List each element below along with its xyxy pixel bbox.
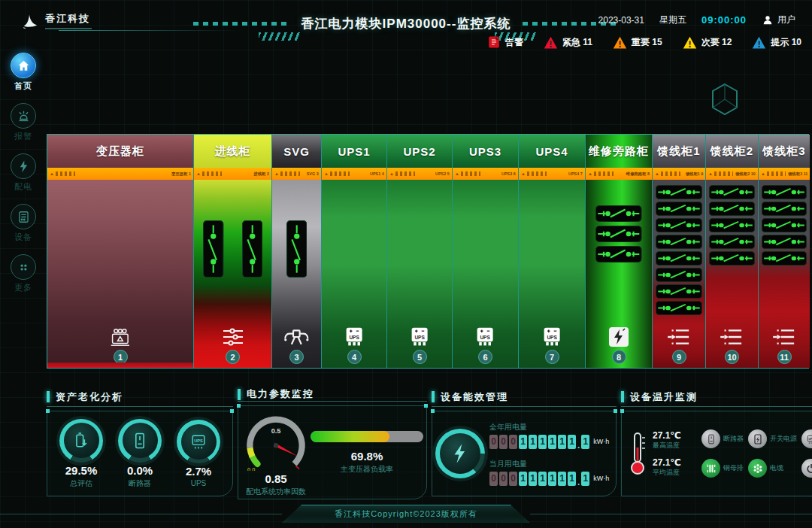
cabinet-nameplate-strip: ▲UPS4 7 [519, 168, 585, 180]
panel-accent [432, 391, 435, 402]
cabinet-进线柜[interactable]: 进线柜▲进线柜 22 [194, 135, 271, 368]
sidebar-item-报警[interactable]: 报警 [0, 103, 47, 142]
cabinet-馈线柜2[interactable]: 馈线柜2▲馈线柜2 1010 [706, 135, 758, 368]
alarm-label: 告警 [505, 36, 523, 49]
cabinet-title: UPS4 [519, 135, 585, 168]
alarm-level-次要[interactable]: 次要 12 [683, 36, 732, 49]
svg-text:UPS: UPS [547, 335, 557, 340]
feeder-list-icon [771, 326, 797, 347]
more-icon [11, 254, 36, 280]
breaker-symbol-icon [656, 185, 702, 199]
digit-box: 1 [538, 435, 547, 449]
title-dashes-left [193, 22, 289, 26]
breaker-symbol-icon [656, 235, 702, 249]
header-clock: 2023-03-31 星期五 09:00:00 用户 [598, 14, 795, 26]
alarm-level-提示[interactable]: 提示 10 [752, 36, 801, 49]
user-icon [762, 14, 774, 26]
alarm-level-重要[interactable]: 重要 15 [613, 36, 662, 49]
aging-label: 断路器 [129, 478, 151, 489]
panel-accent [621, 391, 624, 402]
cabinet-UPS1[interactable]: UPS1▲UPS1 4UPS4 [322, 135, 386, 368]
device-temp-label: 电缆 [770, 463, 783, 473]
cabinet-number-badge: 2 [226, 350, 240, 364]
sidebar-item-设备[interactable]: 设备 [0, 204, 47, 243]
gauge-ring: UPS [177, 420, 220, 463]
nameplate-decor: ▲ [50, 171, 75, 176]
nameplate-label: 馈线柜2 10 [735, 171, 756, 177]
switch-icon [801, 459, 812, 478]
alarm-level-紧急[interactable]: 紧急 11 [544, 36, 592, 49]
cabinet-title: 馈线柜1 [653, 135, 705, 168]
footer-plate: 香江科技Copyright©2023版权所有 [282, 505, 530, 523]
energy-content: 全年用电量000111111.1kW·h当月用电量000111111.1kW·h [432, 411, 617, 496]
cabinet-body: UPS5 [387, 180, 452, 368]
gauge-scale-05: 0.5 [271, 427, 281, 435]
energy-row-当月用电量: 当月用电量000111111.1kW·h [489, 459, 609, 486]
panel-accent [47, 391, 50, 402]
ups-small-icon: UPS [801, 429, 812, 448]
cabinet-馈线柜1[interactable]: 馈线柜1▲馈线柜1 99 [653, 135, 705, 368]
breaker-symbol-icon [762, 251, 807, 266]
device-temp-label: 断路器 [723, 434, 744, 444]
cabinet-SVG[interactable]: SVG▲SVG 33 [272, 135, 321, 368]
switch-symbol-icon [242, 220, 262, 278]
svg-device-icon [283, 326, 311, 347]
cabinet-UPS3[interactable]: UPS3▲UPS3 6UPS6 [453, 135, 518, 368]
cabinet-footer: 10 [706, 323, 758, 368]
device-temp-label: 开关电源 [770, 434, 797, 444]
cabinet-nameplate-strip: ▲馈线柜2 10 [706, 168, 758, 180]
digit-box: 1 [548, 435, 556, 449]
alarm-bar: 告警 紧急 11重要 15次要 12提示 10 [487, 35, 801, 49]
cabinet-nameplate-strip: ▲维修旁路柜 8 [586, 168, 652, 180]
flash-icon [608, 326, 629, 347]
cabinet-number-badge: 5 [413, 350, 427, 364]
footer-copyright: 香江科技Copyright©2023版权所有 [335, 508, 477, 520]
temperature-label: 最高温度 [653, 441, 696, 451]
cabinet-UPS2[interactable]: UPS2▲UPS2 5UPS5 [387, 135, 452, 368]
aging-label: UPS [191, 479, 207, 487]
warning-triangle-icon [683, 36, 697, 49]
cabinet-变压器柜[interactable]: 变压器柜▲变压器柜 11 [47, 135, 193, 368]
cabinet-title: UPS3 [453, 135, 518, 168]
energy-digit-display: 000111111.1kW·h [489, 435, 609, 449]
cabinet-维修旁路柜[interactable]: 维修旁路柜▲维修旁路柜 88 [586, 135, 652, 368]
alarm-summary-button[interactable]: 告警 [487, 35, 523, 49]
cabinet-馈线柜3[interactable]: 馈线柜3▲馈线柜3 1111 [759, 135, 810, 368]
power-factor-gauge: 0.5 0.0 0.85 配电系统功率因数 [241, 408, 311, 497]
load-rate-block: 69.8% 主变压器负载率 [311, 431, 423, 475]
energy-rows: 全年用电量000111111.1kW·h当月用电量000111111.1kW·h [489, 422, 609, 486]
cable-icon [748, 459, 767, 478]
cabinet-footer: UPS6 [453, 323, 518, 368]
breaker-symbol-icon [709, 218, 755, 232]
breaker-symbol-icon [595, 226, 642, 242]
sidebar-item-label: 配电 [14, 181, 32, 193]
sidebar-item-首页[interactable]: 首页 [0, 53, 47, 92]
svg-text:UPS: UPS [349, 335, 359, 340]
footer: 香江科技Copyright©2023版权所有 [0, 502, 812, 525]
cabinet-number-badge: 1 [114, 350, 128, 364]
svg-text:UPS: UPS [480, 335, 491, 340]
transformer-icon [108, 326, 132, 347]
cabinet-diagram-area [706, 180, 758, 323]
breaker-symbol-icon [762, 235, 807, 249]
psu-icon [748, 429, 767, 448]
switch-symbol-icon [286, 220, 307, 278]
battery-icon [64, 423, 99, 458]
digit-box: 1 [529, 435, 537, 449]
alarm-level-label: 紧急 11 [562, 36, 592, 49]
cabinet-UPS4[interactable]: UPS4▲UPS4 7UPS7 [519, 135, 585, 368]
nameplate-decor: ▲ [455, 171, 480, 176]
decimal-point: . [577, 442, 580, 449]
cabinet-number-badge: 9 [672, 350, 686, 364]
disconnector-switches [286, 220, 307, 278]
monitoring-dashboard: 香江科技 香江电力模块IPM30000--监控系统 2023-03-31 星期五… [0, 0, 812, 528]
sidebar-item-更多[interactable]: 更多 [0, 254, 47, 293]
cabinet-body: 9 [653, 180, 705, 368]
nameplate-label: 进线柜 2 [253, 171, 269, 177]
ups-icon: UPS [410, 326, 429, 347]
panel-power-params-header: 电力参数监控 [238, 387, 427, 402]
feeder-list-icon [719, 326, 744, 347]
sidebar-item-配电[interactable]: 配电 [0, 153, 47, 193]
digit-box: 1 [519, 435, 527, 449]
user-button[interactable]: 用户 [762, 14, 795, 26]
